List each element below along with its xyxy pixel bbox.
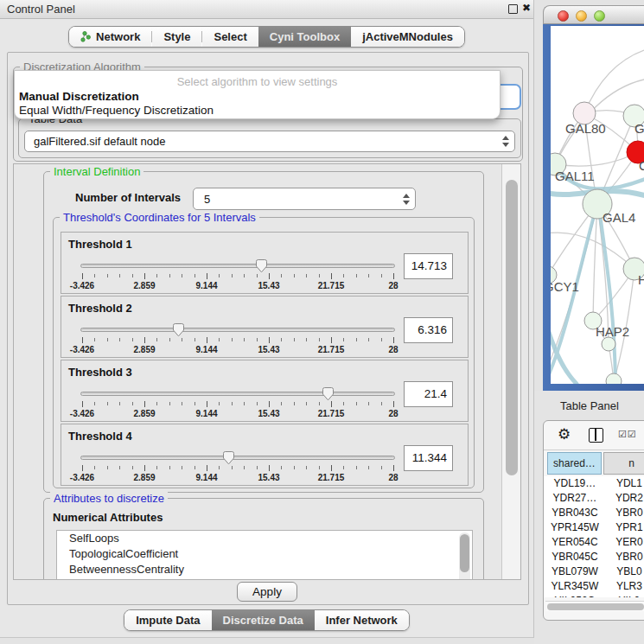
threshold-2-slider[interactable]: -3.4262.8599.14415.4321.71528 — [82, 328, 393, 357]
checkboxes-icon[interactable]: ☑☑ — [618, 429, 637, 440]
network-icon — [80, 31, 91, 42]
bottom-tab-bar: Impute Data Discretize Data Infer Networ… — [0, 609, 533, 631]
tab-infer-network[interactable]: Infer Network — [315, 610, 409, 630]
column-header-shared-name[interactable]: shared… — [547, 452, 602, 475]
dropdown-option-equal-width-frequency[interactable]: Equal Width/Frequency Discretization — [19, 104, 214, 117]
threshold-3-value-field[interactable]: 21.4 — [404, 381, 453, 407]
tab-select[interactable]: Select — [202, 27, 258, 47]
tab-label: Style — [163, 30, 190, 43]
slider-track — [80, 328, 395, 332]
table-row[interactable]: YBR043CYBR0 — [544, 506, 644, 520]
slider-tick-labels: -3.4262.8599.14415.4321.71528 — [82, 473, 393, 483]
table-row[interactable]: YDR27…YDR2 — [544, 491, 644, 506]
number-of-intervals-label: Number of Intervals — [75, 191, 181, 204]
node-bottom[interactable] — [606, 373, 622, 384]
slider-thumb[interactable] — [222, 450, 235, 465]
numerical-attributes-list[interactable]: SelfLoopsTopologicalCoefficientBetweenne… — [56, 530, 473, 580]
dropdown-option-manual-discretization[interactable]: Manual Discretization — [19, 90, 139, 103]
interval-definition-group: Interval Definition Number of Intervals … — [43, 171, 484, 493]
node-label: GA — [634, 121, 644, 136]
close-traffic-light[interactable] — [558, 10, 569, 22]
slider-thumb[interactable] — [255, 258, 268, 273]
horizontal-scrollbar[interactable] — [545, 601, 644, 611]
node-label: GAL11 — [555, 169, 595, 183]
tab-label: jActiveMNodules — [362, 30, 453, 43]
slider-track — [80, 392, 395, 396]
network-view-frame: GAL80 GAL11 GAL4 GCY1 HAP2 H GA C — [543, 24, 644, 391]
tab-discretize-data[interactable]: Discretize Data — [212, 610, 315, 630]
threshold-2-value-field[interactable]: 6.316 — [404, 317, 453, 343]
column-header-name[interactable]: n — [603, 452, 644, 475]
slider-thumb[interactable] — [322, 386, 335, 401]
table-cell: YIL0 — [604, 594, 644, 597]
threshold-4-row: Threshold 4 -3.4262.8599.14415.4321.7152… — [61, 424, 469, 486]
attribute-item[interactable]: SelfLoops — [57, 531, 472, 546]
threshold-2-row: Threshold 2 -3.4262.8599.14415.4321.7152… — [61, 296, 469, 358]
threshold-label: Threshold 2 — [68, 302, 132, 315]
node-label: GAL4 — [603, 210, 635, 225]
slider-tick-labels: -3.4262.8599.14415.4321.71528 — [82, 409, 393, 419]
apply-bar: Apply — [13, 580, 521, 604]
threshold-1-value-field[interactable]: 14.713 — [404, 253, 453, 279]
tab-cyni-toolbox[interactable]: Cyni Toolbox — [258, 27, 351, 47]
table-cell: YPR1 — [604, 520, 644, 535]
tab-impute-data[interactable]: Impute Data — [124, 610, 211, 630]
tab-style[interactable]: Style — [152, 27, 201, 47]
scrollbar-thumb[interactable] — [547, 603, 644, 610]
gear-icon[interactable]: ⚙ — [558, 425, 571, 443]
table-cell: YDR2 — [604, 491, 644, 506]
table-body: YDL19…YDL1YDR27…YDR2YBR043CYBR0YPR145WYP… — [544, 476, 644, 597]
table-cell: YER054C — [547, 535, 603, 550]
zoom-traffic-light[interactable] — [594, 10, 605, 22]
threshold-3-row: Threshold 3 -3.4262.8599.14415.4321.7152… — [61, 360, 469, 422]
slider-tick-labels: -3.4262.8599.14415.4321.71528 — [82, 345, 393, 355]
settings-scroll-panel: Interval Definition Number of Intervals … — [13, 163, 521, 580]
table-row[interactable]: YDL19…YDL1 — [544, 476, 644, 491]
tab-label: Infer Network — [326, 614, 398, 627]
minimize-traffic-light[interactable] — [576, 10, 587, 22]
network-canvas[interactable]: GAL80 GAL11 GAL4 GCY1 HAP2 H GA C — [551, 26, 644, 384]
tab-network[interactable]: Network — [69, 27, 151, 47]
attribute-item[interactable]: TopologicalCoefficient — [57, 546, 472, 562]
tab-label: Discretize Data — [223, 614, 303, 627]
slider-thumb[interactable] — [172, 322, 185, 337]
tab-jactivemnodules[interactable]: jActiveMNodules — [351, 27, 464, 47]
node-small[interactable] — [602, 337, 615, 351]
threshold-label: Threshold 4 — [68, 430, 132, 443]
table-data-combobox[interactable]: galFiltered.sif default node — [24, 131, 515, 152]
number-of-intervals-combobox[interactable]: 5 — [193, 188, 416, 210]
table-cell: YPR145W — [547, 520, 603, 535]
attribute-item[interactable]: BetweennessCentrality — [57, 562, 472, 577]
table-row[interactable]: YPR145WYPR1 — [544, 520, 644, 535]
threshold-4-slider[interactable]: -3.4262.8599.14415.4321.71528 — [82, 456, 393, 485]
table-header-row: shared… n — [544, 452, 644, 475]
threshold-3-slider[interactable]: -3.4262.8599.14415.4321.71528 — [82, 392, 393, 421]
list-scrollbar[interactable] — [459, 532, 470, 580]
cyni-toolbox-panel: Discretization Algorithm Select algorith… — [7, 52, 529, 605]
table-cell: YBR0 — [604, 550, 644, 564]
screen: Control Panel ✖ Network — [0, 0, 644, 644]
table-cell: YDL19… — [547, 476, 603, 491]
columns-icon[interactable] — [589, 428, 603, 443]
table-row[interactable]: YIL052CYIL0 — [544, 594, 644, 597]
table-cell: YBR0 — [604, 506, 644, 520]
tab-label: Cyni Toolbox — [270, 30, 340, 43]
close-icon[interactable]: ✖ — [522, 2, 531, 14]
table-row[interactable]: YLR345WYLR3 — [544, 579, 644, 594]
control-panel-titlebar: Control Panel ✖ — [0, 0, 533, 19]
table-row[interactable]: YER054CYER0 — [544, 535, 644, 550]
threshold-1-slider[interactable]: -3.4262.8599.14415.4321.71528 — [82, 264, 393, 293]
scrollbar-thumb[interactable] — [506, 180, 518, 475]
table-row[interactable]: YBL079WYBL0 — [544, 564, 644, 579]
table-panel: Table Panel ⚙ ☑☑ shared… n YDL19…YDL1YDR… — [534, 391, 644, 644]
table-row[interactable]: YBR045CYBR0 — [544, 550, 644, 564]
apply-button[interactable]: Apply — [237, 582, 297, 602]
float-window-icon[interactable] — [508, 4, 518, 14]
thresholds-coordinates-group: Threshold's Coordinates for 5 Intervals … — [53, 217, 475, 488]
combobox-value: galFiltered.sif default node — [25, 135, 497, 148]
threshold-4-value-field[interactable]: 11.344 — [404, 445, 453, 471]
stepper-arrows-icon — [497, 136, 514, 147]
network-window-titlebar[interactable] — [543, 5, 644, 24]
node-label: HAP2 — [596, 324, 629, 339]
vertical-scrollbar[interactable] — [501, 164, 520, 579]
